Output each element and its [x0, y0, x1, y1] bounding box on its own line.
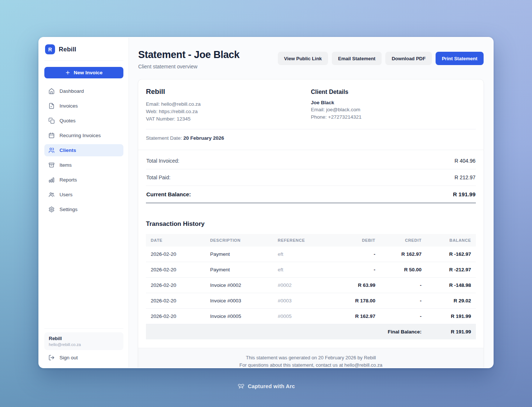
sidebar-item-label: Dashboard [59, 88, 84, 94]
statement-footer: This statement was generated on 20 Febru… [138, 348, 484, 367]
brand: R Rebill [44, 44, 123, 61]
client-details: Client Details Joe Black Email: joe@blac… [311, 88, 476, 123]
company-details: Rebill Email: hello@rebill.co.za Web: ht… [146, 88, 311, 123]
table-row: 2026-02-20 Payment eft - R 162.97 R -162… [146, 247, 476, 262]
invoice-file-icon [48, 103, 55, 109]
sidebar-item-invoices[interactable]: Invoices [44, 100, 123, 112]
company-email: Email: hello@rebill.co.za [146, 101, 311, 108]
col-reference: Reference [273, 234, 334, 247]
cell-reference: eft [273, 262, 334, 278]
sidebar-item-label: Clients [59, 147, 76, 153]
cell-debit: - [334, 247, 380, 262]
sidebar-item-users[interactable]: Users [44, 189, 123, 201]
current-balance-value: R 191.99 [453, 191, 475, 197]
totals-section: Total Invoiced: R 404.96 Total Paid: R 2… [138, 150, 484, 211]
client-phone: Phone: +27273214321 [311, 113, 476, 121]
table-row: 2026-02-20 Invoice #0005 #0005 R 162.97 … [146, 309, 476, 324]
brand-name: Rebill [59, 46, 76, 53]
account-name: Rebill [49, 336, 119, 341]
divider [146, 129, 476, 129]
gear-icon [48, 206, 55, 213]
header-actions: View Public Link Email Statement Downloa… [278, 52, 484, 65]
cell-date: 2026-02-20 [146, 262, 205, 278]
cell-description: Payment [205, 247, 273, 262]
sidebar-item-recurring-invoices[interactable]: Recurring Invoices [44, 129, 123, 142]
plus-icon [65, 70, 71, 75]
footer-contact-line: For questions about this statement, cont… [146, 362, 476, 367]
cell-reference: eft [273, 247, 334, 262]
cell-balance: R -162.97 [426, 247, 476, 262]
sidebar-item-dashboard[interactable]: Dashboard [44, 85, 123, 97]
statement-date: Statement Date: 20 February 2026 [146, 135, 476, 141]
cell-debit: R 63.99 [334, 278, 380, 293]
app-window: R Rebill New Invoice Dashboard Invoices [38, 37, 494, 368]
cell-credit: - [380, 309, 426, 324]
col-date: Date [146, 234, 205, 247]
table-row: 2026-02-20 Invoice #0003 #0003 R 178.00 … [146, 293, 476, 309]
cell-debit: R 178.00 [334, 293, 380, 309]
sidebar: R Rebill New Invoice Dashboard Invoices [39, 38, 129, 367]
cell-date: 2026-02-20 [146, 247, 205, 262]
sidebar-item-reports[interactable]: Reports [44, 174, 123, 186]
account-email: hello@rebill.co.za [49, 342, 119, 347]
account-card: Rebill hello@rebill.co.za [44, 332, 123, 350]
company-web: Web: https://rebill.co.za [146, 108, 311, 115]
cell-reference: #0003 [273, 293, 334, 309]
sidebar-item-label: Recurring Invoices [59, 133, 101, 138]
sign-out-label: Sign out [59, 355, 78, 360]
total-invoiced-label: Total Invoiced: [146, 158, 180, 164]
account-section: Rebill hello@rebill.co.za [44, 328, 123, 350]
sidebar-item-label: Quotes [59, 118, 76, 123]
sidebar-item-label: Users [59, 192, 72, 197]
sign-out-button[interactable]: Sign out [44, 350, 123, 362]
users-icon [48, 191, 55, 198]
table-row: 2026-02-20 Invoice #0002 #0002 R 63.99 -… [146, 278, 476, 293]
cell-date: 2026-02-20 [146, 293, 205, 309]
brand-logo: R [45, 44, 55, 54]
sidebar-item-label: Invoices [59, 103, 78, 109]
parties-section: Rebill Email: hello@rebill.co.za Web: ht… [138, 79, 484, 150]
table-row: 2026-02-20 Payment eft - R 50.00 R -212.… [146, 262, 476, 278]
statement-date-label: Statement Date: [146, 135, 183, 141]
col-balance: Balance [426, 234, 476, 247]
bar-chart-icon [48, 177, 55, 183]
cell-description: Payment [205, 262, 273, 278]
email-statement-button[interactable]: Email Statement [332, 52, 382, 65]
sidebar-item-settings[interactable]: Settings [44, 203, 123, 216]
transaction-history-heading: Transaction History [146, 220, 476, 228]
print-statement-button[interactable]: Print Statement [436, 52, 484, 65]
sidebar-nav: Dashboard Invoices Quotes Recurring Invo… [44, 85, 123, 216]
cell-debit: - [334, 262, 380, 278]
watermark-label: Captured with Arc [248, 383, 295, 389]
current-balance-row: Current Balance: R 191.99 [146, 186, 476, 203]
final-balance-label: Final Balance: [380, 324, 426, 340]
sidebar-item-quotes[interactable]: Quotes [44, 115, 123, 127]
footer-generated-line: This statement was generated on 20 Febru… [146, 354, 476, 362]
cell-date: 2026-02-20 [146, 309, 205, 324]
copy-icon [48, 118, 55, 124]
transactions-section: Transaction History Date Description Ref… [138, 211, 484, 339]
cell-credit: R 162.97 [380, 247, 426, 262]
cell-description: Invoice #0002 [205, 278, 273, 293]
col-debit: Debit [334, 234, 380, 247]
calendar-icon [48, 132, 55, 139]
sidebar-item-clients[interactable]: Clients [44, 144, 123, 156]
total-invoiced-row: Total Invoiced: R 404.96 [146, 153, 476, 169]
statement-card: Rebill Email: hello@rebill.co.za Web: ht… [138, 79, 484, 367]
cell-balance: R 191.99 [426, 309, 476, 324]
cell-credit: - [380, 278, 426, 293]
download-pdf-button[interactable]: Download PDF [385, 52, 432, 65]
new-invoice-button[interactable]: New Invoice [44, 67, 123, 78]
total-paid-value: R 212.97 [454, 174, 475, 180]
arc-logo-icon [237, 383, 245, 390]
page-subtitle: Client statement overview [138, 64, 239, 69]
statement-date-value: 20 February 2026 [183, 135, 224, 141]
cell-debit: R 162.97 [334, 309, 380, 324]
page-title: Statement - Joe Black [138, 49, 239, 61]
sidebar-item-items[interactable]: Items [44, 159, 123, 171]
company-vat: VAT Number: 12345 [146, 115, 311, 123]
view-public-link-button[interactable]: View Public Link [278, 52, 328, 65]
total-paid-label: Total Paid: [146, 174, 170, 180]
client-name: Joe Black [311, 100, 476, 105]
total-paid-row: Total Paid: R 212.97 [146, 169, 476, 186]
